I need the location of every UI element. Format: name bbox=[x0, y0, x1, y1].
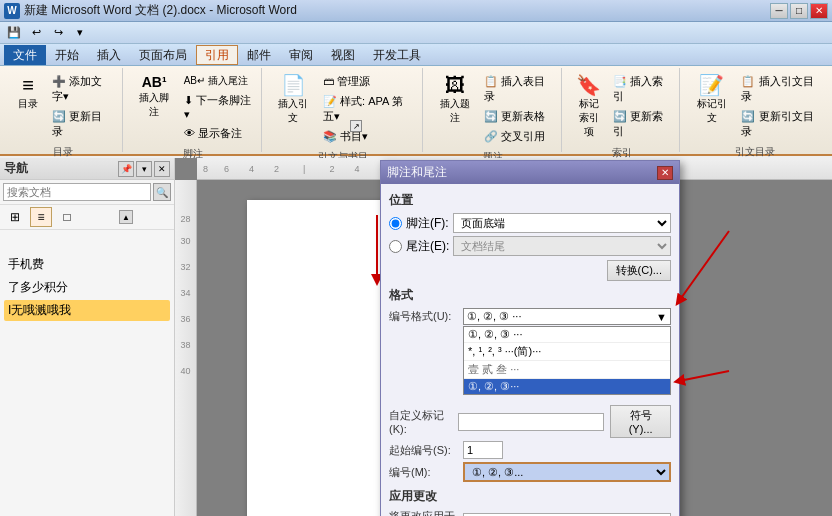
add-text-btn[interactable]: ➕ 添加文字▾ bbox=[48, 72, 116, 106]
close-btn[interactable]: ✕ bbox=[810, 3, 828, 19]
numbering-dropdown[interactable]: ①, ②, ③ ··· ▼ bbox=[463, 308, 671, 325]
start-number-row: 起始编号(S): bbox=[389, 441, 671, 459]
apply-to-select[interactable]: 整篇文档 bbox=[463, 513, 671, 517]
style-btn[interactable]: 📝 样式: APA 第五▾ bbox=[319, 92, 416, 126]
update-toc-btn[interactable]: 🔄 更新目录 bbox=[48, 107, 116, 141]
search-btn[interactable]: 🔍 bbox=[153, 183, 171, 201]
group-table-authorities: 📝 标记引文 📋 插入引文目录 🔄 更新引文目录 引文目录 bbox=[682, 68, 828, 152]
nav-controls: 📌 ▾ ✕ bbox=[118, 161, 170, 177]
apply-section-label: 应用更改 bbox=[389, 488, 671, 505]
toc-btn[interactable]: ≡ 目录 bbox=[10, 72, 46, 114]
apply-to-row: 将更改应用于(P): 整篇文档 bbox=[389, 509, 671, 516]
toc-col: ➕ 添加文字▾ 🔄 更新目录 bbox=[48, 72, 116, 141]
nav-header: 导航 📌 ▾ ✕ bbox=[0, 158, 174, 180]
numbering-mode-select[interactable]: ①, ②, ③... bbox=[463, 462, 671, 482]
redo-quick-btn[interactable]: ↪ bbox=[48, 24, 68, 42]
update-table-btn[interactable]: 🔄 更新表格 bbox=[480, 107, 554, 126]
footnote-icon: AB¹ bbox=[142, 75, 167, 89]
save-quick-btn[interactable]: 💾 bbox=[4, 24, 24, 42]
convert-btn[interactable]: 转换(C)... bbox=[607, 260, 671, 281]
customize-quick-btn[interactable]: ▾ bbox=[70, 24, 90, 42]
insert-table-caption-btn[interactable]: 📋 插入表目录 bbox=[480, 72, 554, 106]
next-footnote-btn[interactable]: ⬇ 下一条脚注▾ bbox=[180, 91, 255, 123]
group-citation-content: 📄 插入引文 🗃 管理源 📝 样式: APA 第五▾ 📚 书目▾ bbox=[270, 70, 416, 148]
dialog-body: 位置 脚注(F): 页面底端 尾注(E): 文档结尾 转换(C)... bbox=[381, 184, 679, 516]
numbering-mode-label: 编号(M): bbox=[389, 465, 459, 480]
numbering-format-label: 编号格式(U): bbox=[389, 309, 459, 324]
minimize-btn[interactable]: ─ bbox=[770, 3, 788, 19]
cross-ref-btn[interactable]: 🔗 交叉引用 bbox=[480, 127, 554, 146]
title-bar: W 新建 Microsoft Word 文档 (2).docx - Micros… bbox=[0, 0, 832, 22]
insert-index-btn[interactable]: 📑 插入索引 bbox=[609, 72, 673, 106]
tab-mail[interactable]: 邮件 bbox=[238, 45, 280, 65]
ta-col: 📋 插入引文目录 🔄 更新引文目录 bbox=[737, 72, 822, 141]
nav-menu-btn[interactable]: ▾ bbox=[136, 161, 152, 177]
insert-caption-btn[interactable]: 🖼 插入题注 bbox=[431, 72, 478, 128]
view-list-btn[interactable]: ≡ bbox=[30, 207, 52, 227]
tab-file[interactable]: 文件 bbox=[4, 45, 46, 65]
mark-citation-btn[interactable]: 📝 标记引文 bbox=[688, 72, 735, 128]
group-toc: ≡ 目录 ➕ 添加文字▾ 🔄 更新目录 目录 bbox=[4, 68, 123, 152]
footnote-radio[interactable] bbox=[389, 217, 402, 230]
collapse-btn[interactable]: ▲ bbox=[119, 210, 133, 224]
group-citation: 📄 插入引文 🗃 管理源 📝 样式: APA 第五▾ 📚 书目▾ 引文与书目 bbox=[264, 68, 423, 152]
window-controls: ─ □ ✕ bbox=[770, 3, 828, 19]
footnote-radio-label: 脚注(F): bbox=[406, 215, 449, 232]
show-notes-btn[interactable]: 👁 显示备注 bbox=[180, 124, 255, 143]
citation-icon: 📄 bbox=[281, 75, 306, 95]
insert-citation-btn[interactable]: 📄 插入引文 bbox=[270, 72, 317, 128]
footnote-position-select[interactable]: 页面底端 bbox=[453, 213, 671, 233]
start-number-input[interactable] bbox=[463, 441, 503, 459]
group-index: 🔖 标记索引项 📑 插入索引 🔄 更新索引 索引 bbox=[564, 68, 681, 152]
nav-close-btn[interactable]: ✕ bbox=[154, 161, 170, 177]
footnotes-dialog[interactable]: 脚注和尾注 ✕ 位置 脚注(F): 页面底端 尾注(E): bbox=[380, 160, 680, 516]
format-option-3[interactable]: 壹 贰 叁 ··· bbox=[464, 361, 670, 379]
dialog-close-btn[interactable]: ✕ bbox=[657, 166, 673, 180]
group-footnote-content: AB¹ 插入脚注 AB↵ 插入尾注 ⬇ 下一条脚注▾ 👁 显示备注 bbox=[131, 70, 255, 145]
group-caption-content: 🖼 插入题注 📋 插入表目录 🔄 更新表格 🔗 交叉引用 bbox=[431, 70, 554, 148]
search-row: 🔍 bbox=[0, 180, 174, 205]
ribbon-content: ≡ 目录 ➕ 添加文字▾ 🔄 更新目录 目录 AB¹ 插入脚注 AB↵ 插入尾注… bbox=[0, 66, 832, 156]
tab-layout[interactable]: 页面布局 bbox=[130, 45, 196, 65]
view-page-btn[interactable]: □ bbox=[56, 207, 78, 227]
tab-start[interactable]: 开始 bbox=[46, 45, 88, 65]
ruler-vertical: 28 30 32 34 36 38 40 bbox=[175, 180, 197, 516]
search-input[interactable] bbox=[3, 183, 151, 201]
nav-content: 手机费 了多少积分 I无哦溅哦我 bbox=[0, 230, 174, 516]
endnote-position-select[interactable]: 文档结尾 bbox=[453, 236, 671, 256]
nav-item-2[interactable]: 了多少积分 bbox=[4, 277, 170, 298]
tab-review[interactable]: 审阅 bbox=[280, 45, 322, 65]
insert-ta-btn[interactable]: 📋 插入引文目录 bbox=[737, 72, 822, 106]
restore-btn[interactable]: □ bbox=[790, 3, 808, 19]
group-footnote: AB¹ 插入脚注 AB↵ 插入尾注 ⬇ 下一条脚注▾ 👁 显示备注 脚注 ↗ bbox=[125, 68, 262, 152]
tab-developer[interactable]: 开发工具 bbox=[364, 45, 430, 65]
format-section-label: 格式 bbox=[389, 287, 671, 304]
nav-item-1[interactable]: 手机费 bbox=[4, 254, 170, 275]
tab-references[interactable]: 引用 bbox=[196, 45, 238, 65]
footnote-expand-btn[interactable]: ↗ bbox=[350, 120, 362, 132]
format-option-4[interactable]: ①, ②, ③··· bbox=[464, 379, 670, 394]
nav-item-3[interactable]: I无哦溅哦我 bbox=[4, 300, 170, 321]
manage-sources-btn[interactable]: 🗃 管理源 bbox=[319, 72, 416, 91]
update-ta-btn[interactable]: 🔄 更新引文目录 bbox=[737, 107, 822, 141]
endnote-radio[interactable] bbox=[389, 240, 402, 253]
mark-entry-btn[interactable]: 🔖 标记索引项 bbox=[570, 72, 608, 142]
bibliography-btn[interactable]: 📚 书目▾ bbox=[319, 127, 416, 146]
symbol-btn[interactable]: 符号(Y)... bbox=[610, 405, 671, 438]
word-icon: W bbox=[4, 3, 20, 19]
view-grid-btn[interactable]: ⊞ bbox=[4, 207, 26, 227]
update-index-btn[interactable]: 🔄 更新索引 bbox=[609, 107, 673, 141]
nav-pin-btn[interactable]: 📌 bbox=[118, 161, 134, 177]
tab-view[interactable]: 视图 bbox=[322, 45, 364, 65]
custom-mark-input[interactable] bbox=[458, 413, 604, 431]
nav-view-row: ⊞ ≡ □ ▲ bbox=[0, 205, 174, 230]
insert-endnote-btn[interactable]: AB↵ 插入尾注 bbox=[180, 72, 255, 90]
insert-footnote-btn[interactable]: AB¹ 插入脚注 bbox=[131, 72, 178, 122]
undo-quick-btn[interactable]: ↩ bbox=[26, 24, 46, 42]
title-bar-left: W 新建 Microsoft Word 文档 (2).docx - Micros… bbox=[4, 2, 297, 19]
group-toc-label: 目录 bbox=[53, 143, 73, 159]
format-option-2[interactable]: *, ¹, ², ³ ···(简)··· bbox=[464, 343, 670, 361]
caption-col: 📋 插入表目录 🔄 更新表格 🔗 交叉引用 bbox=[480, 72, 554, 146]
tab-insert[interactable]: 插入 bbox=[88, 45, 130, 65]
format-option-1[interactable]: ①, ②, ③ ··· bbox=[464, 327, 670, 343]
